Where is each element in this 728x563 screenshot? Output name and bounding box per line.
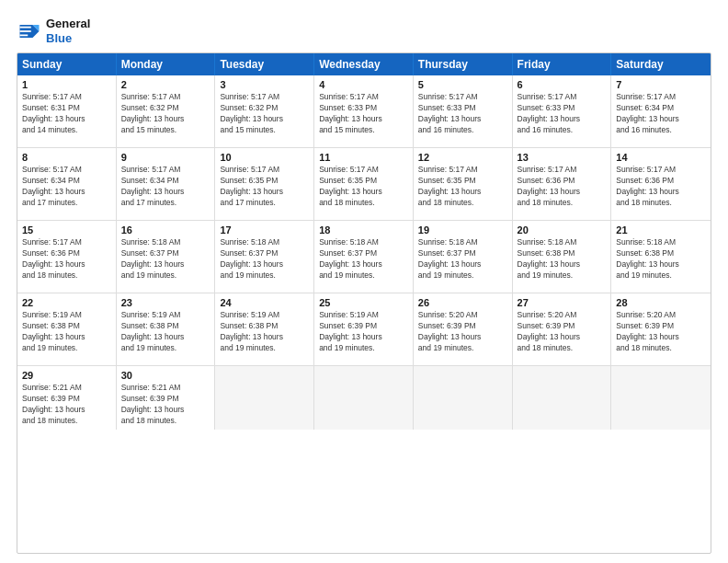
logo-icon [17, 18, 42, 44]
day-detail: Sunrise: 5:19 AMSunset: 6:38 PMDaylight:… [22, 310, 111, 354]
day-detail: Sunrise: 5:21 AMSunset: 6:39 PMDaylight:… [22, 383, 111, 427]
day-number: 28 [616, 297, 706, 308]
day-cell-20: 20Sunrise: 5:18 AMSunset: 6:38 PMDayligh… [513, 221, 612, 293]
week-3: 15Sunrise: 5:17 AMSunset: 6:36 PMDayligh… [17, 221, 711, 293]
week-1: 1Sunrise: 5:17 AMSunset: 6:31 PMDaylight… [17, 75, 711, 148]
day-number: 19 [418, 224, 507, 236]
day-cell-25: 25Sunrise: 5:19 AMSunset: 6:39 PMDayligh… [314, 293, 414, 365]
day-cell-26: 26Sunrise: 5:20 AMSunset: 6:39 PMDayligh… [414, 293, 513, 365]
day-cell-14: 14Sunrise: 5:17 AMSunset: 6:36 PMDayligh… [611, 148, 711, 220]
day-number: 8 [22, 152, 111, 163]
day-cell-8: 8Sunrise: 5:17 AMSunset: 6:34 PMDaylight… [17, 148, 117, 220]
day-detail: Sunrise: 5:20 AMSunset: 6:39 PMDaylight:… [518, 310, 607, 354]
day-cell-13: 13Sunrise: 5:17 AMSunset: 6:36 PMDayligh… [513, 148, 612, 220]
day-detail: Sunrise: 5:18 AMSunset: 6:37 PMDaylight:… [319, 237, 408, 282]
day-number: 27 [518, 297, 607, 308]
logo-text: General Blue [46, 17, 90, 45]
day-detail: Sunrise: 5:17 AMSunset: 6:36 PMDaylight:… [518, 165, 607, 209]
day-cell-24: 24Sunrise: 5:19 AMSunset: 6:38 PMDayligh… [215, 293, 314, 365]
day-detail: Sunrise: 5:17 AMSunset: 6:33 PMDaylight:… [319, 92, 408, 136]
day-number: 29 [22, 370, 111, 381]
calendar: SundayMondayTuesdayWednesdayThursdayFrid… [17, 52, 711, 554]
day-number: 10 [220, 152, 309, 163]
day-cell-6: 6Sunrise: 5:17 AMSunset: 6:33 PMDaylight… [513, 75, 612, 147]
day-number: 17 [220, 224, 309, 236]
header: General Blue [17, 17, 711, 45]
header-day-thursday: Thursday [414, 53, 513, 75]
day-number: 22 [22, 297, 111, 308]
empty-cell [611, 366, 711, 430]
day-number: 23 [121, 297, 210, 308]
day-cell-12: 12Sunrise: 5:17 AMSunset: 6:35 PMDayligh… [414, 148, 513, 220]
calendar-header: SundayMondayTuesdayWednesdayThursdayFrid… [17, 53, 711, 75]
day-number: 6 [518, 79, 607, 90]
day-cell-17: 17Sunrise: 5:18 AMSunset: 6:37 PMDayligh… [215, 221, 314, 293]
day-cell-27: 27Sunrise: 5:20 AMSunset: 6:39 PMDayligh… [513, 293, 612, 365]
day-detail: Sunrise: 5:17 AMSunset: 6:34 PMDaylight:… [616, 92, 706, 136]
day-number: 5 [418, 79, 507, 90]
day-detail: Sunrise: 5:17 AMSunset: 6:36 PMDaylight:… [22, 237, 111, 282]
day-cell-10: 10Sunrise: 5:17 AMSunset: 6:35 PMDayligh… [215, 148, 314, 220]
day-cell-1: 1Sunrise: 5:17 AMSunset: 6:31 PMDaylight… [17, 75, 117, 147]
day-detail: Sunrise: 5:17 AMSunset: 6:32 PMDaylight:… [220, 92, 309, 136]
logo: General Blue [17, 17, 90, 45]
day-detail: Sunrise: 5:17 AMSunset: 6:35 PMDaylight:… [319, 165, 408, 209]
day-number: 30 [121, 370, 210, 381]
day-cell-21: 21Sunrise: 5:18 AMSunset: 6:38 PMDayligh… [611, 221, 711, 293]
day-cell-5: 5Sunrise: 5:17 AMSunset: 6:33 PMDaylight… [414, 75, 513, 147]
day-number: 24 [220, 297, 309, 308]
day-number: 7 [616, 79, 706, 90]
day-detail: Sunrise: 5:17 AMSunset: 6:35 PMDaylight:… [418, 165, 507, 209]
day-cell-28: 28Sunrise: 5:20 AMSunset: 6:39 PMDayligh… [611, 293, 711, 365]
day-detail: Sunrise: 5:20 AMSunset: 6:39 PMDaylight:… [616, 310, 706, 354]
day-cell-7: 7Sunrise: 5:17 AMSunset: 6:34 PMDaylight… [611, 75, 711, 147]
empty-cell [314, 366, 414, 430]
day-detail: Sunrise: 5:19 AMSunset: 6:38 PMDaylight:… [121, 310, 210, 354]
day-detail: Sunrise: 5:19 AMSunset: 6:38 PMDaylight:… [220, 310, 309, 354]
day-cell-11: 11Sunrise: 5:17 AMSunset: 6:35 PMDayligh… [314, 148, 414, 220]
day-detail: Sunrise: 5:21 AMSunset: 6:39 PMDaylight:… [121, 383, 210, 427]
header-day-saturday: Saturday [611, 53, 711, 75]
day-detail: Sunrise: 5:17 AMSunset: 6:33 PMDaylight:… [518, 92, 607, 136]
day-cell-16: 16Sunrise: 5:18 AMSunset: 6:37 PMDayligh… [117, 221, 216, 293]
logo-line1: General [46, 17, 90, 31]
day-number: 9 [121, 152, 210, 163]
day-number: 12 [418, 152, 507, 163]
day-detail: Sunrise: 5:17 AMSunset: 6:31 PMDaylight:… [22, 92, 111, 136]
header-day-tuesday: Tuesday [215, 53, 314, 75]
day-detail: Sunrise: 5:20 AMSunset: 6:39 PMDaylight:… [418, 310, 507, 354]
day-detail: Sunrise: 5:17 AMSunset: 6:33 PMDaylight:… [418, 92, 507, 136]
day-number: 1 [22, 79, 111, 90]
day-cell-30: 30Sunrise: 5:21 AMSunset: 6:39 PMDayligh… [117, 366, 216, 430]
svg-rect-3 [20, 26, 31, 28]
day-cell-15: 15Sunrise: 5:17 AMSunset: 6:36 PMDayligh… [17, 221, 117, 293]
week-2: 8Sunrise: 5:17 AMSunset: 6:34 PMDaylight… [17, 148, 711, 221]
page: General Blue SundayMondayTuesdayWednesda… [0, 0, 728, 563]
day-detail: Sunrise: 5:17 AMSunset: 6:35 PMDaylight:… [220, 165, 309, 209]
day-number: 15 [22, 224, 111, 236]
svg-rect-4 [20, 30, 31, 32]
day-number: 16 [121, 224, 210, 236]
day-detail: Sunrise: 5:18 AMSunset: 6:37 PMDaylight:… [121, 237, 210, 282]
day-number: 13 [518, 152, 607, 163]
day-number: 2 [121, 79, 210, 90]
calendar-body: 1Sunrise: 5:17 AMSunset: 6:31 PMDaylight… [17, 75, 711, 430]
day-detail: Sunrise: 5:18 AMSunset: 6:37 PMDaylight:… [220, 237, 309, 282]
empty-cell [414, 366, 513, 430]
day-cell-18: 18Sunrise: 5:18 AMSunset: 6:37 PMDayligh… [314, 221, 414, 293]
header-day-monday: Monday [117, 53, 216, 75]
header-day-wednesday: Wednesday [314, 53, 414, 75]
day-number: 25 [319, 297, 408, 308]
day-detail: Sunrise: 5:17 AMSunset: 6:34 PMDaylight:… [121, 165, 210, 209]
day-detail: Sunrise: 5:18 AMSunset: 6:38 PMDaylight:… [518, 237, 607, 282]
empty-cell [513, 366, 612, 430]
day-number: 11 [319, 152, 408, 163]
day-number: 21 [616, 224, 706, 236]
day-number: 20 [518, 224, 607, 236]
day-cell-2: 2Sunrise: 5:17 AMSunset: 6:32 PMDaylight… [117, 75, 216, 147]
day-detail: Sunrise: 5:18 AMSunset: 6:37 PMDaylight:… [418, 237, 507, 282]
day-number: 3 [220, 79, 309, 90]
day-cell-4: 4Sunrise: 5:17 AMSunset: 6:33 PMDaylight… [314, 75, 414, 147]
svg-rect-5 [20, 34, 28, 36]
logo-line2: Blue [46, 31, 90, 46]
